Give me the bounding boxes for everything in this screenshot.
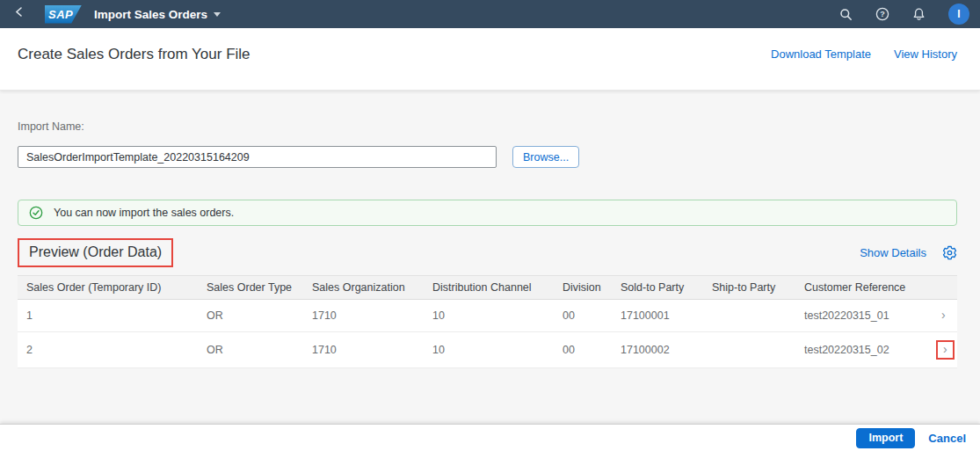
shell-bar: SAP Import Sales Orders ? I	[0, 0, 980, 28]
column-header-sold-to-party: Sold-to Party	[612, 276, 703, 300]
table-cell: test20220315_01	[795, 300, 927, 332]
column-header-sales-organization: Sales Organization	[303, 276, 424, 300]
import-file-input[interactable]	[18, 146, 497, 168]
row-chevron-icon[interactable]: ›	[936, 308, 951, 324]
notifications-icon[interactable]	[912, 7, 926, 21]
table-cell	[703, 332, 795, 368]
table-cell: 00	[554, 300, 612, 332]
table-header-row: Sales Order (Temporary ID) Sales Order T…	[18, 276, 957, 300]
cancel-button[interactable]: Cancel	[928, 432, 966, 445]
table-cell: 17100001	[612, 300, 703, 332]
column-header-sales-order-type: Sales Order Type	[198, 276, 303, 300]
column-header-ship-to-party: Ship-to Party	[703, 276, 795, 300]
import-name-label: Import Name:	[18, 120, 957, 133]
success-message-strip: You can now import the sales orders.	[18, 200, 957, 226]
table-cell	[703, 300, 795, 332]
page-title: Create Sales Orders from Your File	[18, 46, 250, 63]
row-navigation-cell: ›	[927, 300, 957, 332]
help-icon[interactable]: ?	[875, 7, 889, 21]
table-cell: OR	[198, 300, 303, 332]
table-cell: 10	[424, 300, 554, 332]
browse-button[interactable]: Browse...	[512, 146, 579, 168]
chevron-down-icon	[214, 12, 221, 17]
table-cell: 1	[18, 300, 198, 332]
table-row[interactable]: 1OR1710100017100001test20220315_01›	[18, 300, 957, 332]
view-history-link[interactable]: View History	[894, 47, 957, 61]
table-row[interactable]: 2OR1710100017100002test20220315_02›	[18, 332, 957, 368]
annotation-box-preview-title: Preview (Order Data)	[18, 238, 173, 267]
sap-logo-text: SAP	[48, 8, 73, 21]
footer-bar: Import Cancel	[0, 424, 980, 451]
column-header-customer-reference: Customer Reference	[795, 276, 927, 300]
row-navigation-cell: ›	[927, 332, 957, 368]
table-cell: 17100002	[612, 332, 703, 368]
back-icon[interactable]	[9, 4, 31, 24]
row-chevron-icon-annotated[interactable]: ›	[936, 340, 955, 360]
table-cell: test20220315_02	[795, 332, 927, 368]
app-title-menu[interactable]: Import Sales Orders	[94, 8, 221, 21]
table-cell: 1710	[303, 300, 424, 332]
success-check-icon	[29, 206, 43, 220]
column-header-division: Division	[554, 276, 612, 300]
app-title-text: Import Sales Orders	[94, 8, 207, 21]
user-avatar[interactable]: I	[948, 4, 969, 25]
column-header-sales-order-temp-id: Sales Order (Temporary ID)	[18, 276, 198, 300]
search-icon[interactable]	[839, 8, 853, 21]
table-cell: 2	[18, 332, 198, 368]
preview-section-title: Preview (Order Data)	[29, 244, 162, 259]
success-message-text: You can now import the sales orders.	[54, 207, 234, 219]
gear-icon[interactable]	[942, 245, 957, 260]
download-template-link[interactable]: Download Template	[771, 47, 871, 61]
table-cell: 1710	[303, 332, 424, 368]
table-cell: 00	[554, 332, 612, 368]
column-header-distribution-channel: Distribution Channel	[424, 276, 554, 300]
page-header: Create Sales Orders from Your File Downl…	[0, 28, 980, 91]
column-header-navigation	[927, 276, 957, 300]
svg-text:?: ?	[880, 10, 885, 18]
import-button[interactable]: Import	[856, 428, 915, 448]
sap-logo: SAP	[45, 5, 82, 24]
content-area: Import Name: Browse... You can now impor…	[0, 91, 980, 368]
preview-table: Sales Order (Temporary ID) Sales Order T…	[18, 275, 957, 368]
show-details-link[interactable]: Show Details	[860, 246, 926, 259]
table-cell: 10	[424, 332, 554, 368]
table-cell: OR	[198, 332, 303, 368]
